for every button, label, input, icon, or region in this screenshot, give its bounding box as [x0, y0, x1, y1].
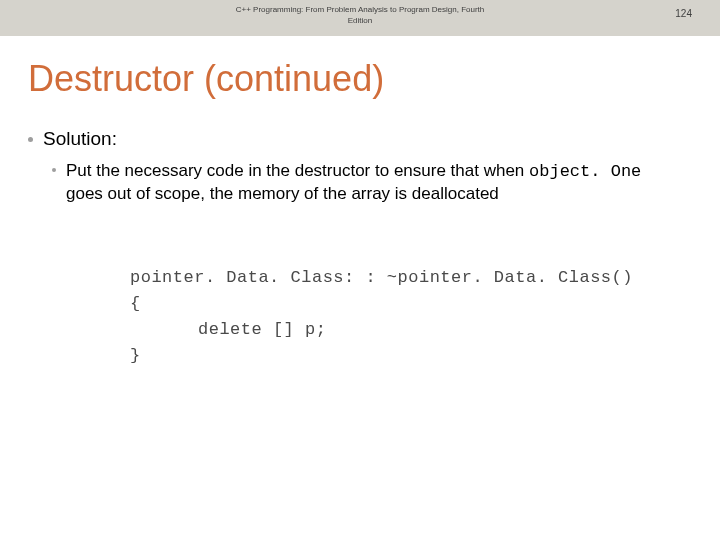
header-bar: C++ Programming: From Problem Analysis t… — [0, 0, 720, 36]
bullet-level-1-text: Solution: — [43, 128, 117, 150]
page-number: 124 — [675, 8, 692, 19]
code-block: pointer. Data. Class: : ~pointer. Data. … — [130, 265, 720, 369]
code-line-3: delete [] p; — [130, 317, 720, 343]
bullet-l2-code: object. One — [529, 162, 641, 181]
bullet-dot-icon — [28, 137, 33, 142]
code-line-1: pointer. Data. Class: : ~pointer. Data. … — [130, 265, 720, 291]
bullet-l2-pre: Put the necessary code in the destructor… — [66, 161, 529, 180]
bullet-dot-icon — [52, 168, 56, 172]
bullet-level-2-text: Put the necessary code in the destructor… — [66, 160, 676, 205]
code-line-4: } — [130, 343, 720, 369]
code-line-2: { — [130, 291, 720, 317]
slide-title: Destructor (continued) — [28, 58, 720, 100]
bullet-level-2: Put the necessary code in the destructor… — [52, 160, 676, 205]
bullet-level-1: Solution: — [28, 128, 720, 150]
book-title: C++ Programming: From Problem Analysis t… — [230, 4, 490, 26]
bullet-l2-post: goes out of scope, the memory of the arr… — [66, 184, 499, 203]
